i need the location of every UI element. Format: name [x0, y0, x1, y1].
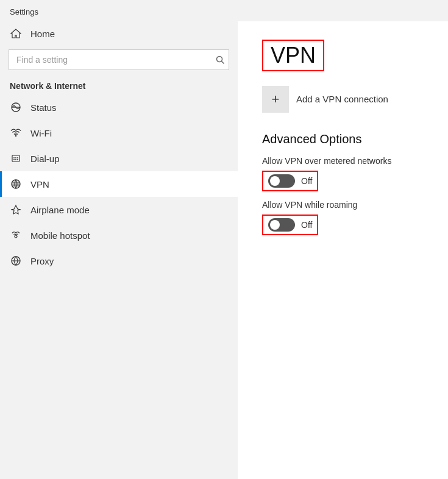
sidebar-item-wifi[interactable]: Wi-Fi — [0, 120, 238, 146]
dialup-icon — [10, 152, 22, 165]
svg-line-1 — [222, 62, 224, 64]
home-icon — [10, 27, 22, 40]
status-icon — [10, 101, 22, 113]
vpn-metered-toggle[interactable] — [268, 174, 295, 188]
sidebar-item-label: Mobile hotspot — [30, 230, 90, 241]
add-vpn-button[interactable]: + Add a VPN connection — [262, 86, 430, 113]
main-layout: Home Network & Internet Status — [0, 21, 448, 479]
svg-point-5 — [13, 157, 15, 158]
hotspot-icon — [10, 229, 22, 241]
sidebar-home-item[interactable]: Home — [0, 21, 238, 46]
sidebar-item-proxy[interactable]: Proxy — [0, 248, 238, 274]
sidebar-item-label: Airplane mode — [30, 205, 90, 215]
svg-point-15 — [15, 235, 17, 238]
svg-point-9 — [15, 159, 16, 160]
svg-point-7 — [17, 157, 18, 158]
vpn-roaming-label: Allow VPN while roaming — [262, 200, 430, 210]
section-label: Network & Internet — [0, 76, 238, 94]
app-title: Settings — [10, 7, 38, 16]
vpn-metered-state: Off — [301, 176, 312, 186]
sidebar-item-hotspot[interactable]: Mobile hotspot — [0, 222, 238, 248]
sidebar-item-label: Proxy — [30, 256, 54, 266]
sidebar-item-label: Status — [30, 102, 57, 113]
content-area: VPN + Add a VPN connection Advanced Opti… — [238, 21, 448, 479]
vpn-roaming-toggle-wrapper: Off — [262, 215, 318, 235]
sidebar: Home Network & Internet Status — [0, 21, 238, 479]
sidebar-item-airplane[interactable]: Airplane mode — [0, 197, 238, 222]
sidebar-item-label: VPN — [30, 179, 49, 190]
svg-point-10 — [17, 159, 18, 160]
vpn-roaming-toggle[interactable] — [268, 218, 295, 232]
sidebar-item-dialup[interactable]: Dial-up — [0, 146, 238, 171]
plus-symbol: + — [272, 91, 280, 107]
sidebar-item-status[interactable]: Status — [0, 94, 238, 120]
vpn-metered-label: Allow VPN over metered networks — [262, 156, 430, 166]
add-icon: + — [262, 86, 289, 113]
proxy-icon — [10, 255, 22, 267]
sidebar-item-label: Dial-up — [30, 154, 60, 164]
wifi-icon — [10, 127, 22, 139]
add-vpn-label: Add a VPN connection — [296, 94, 388, 104]
sidebar-item-vpn[interactable]: VPN — [0, 171, 238, 197]
vpn-roaming-option: Allow VPN while roaming Off — [262, 200, 430, 235]
advanced-options-title: Advanced Options — [262, 132, 430, 146]
vpn-metered-option: Allow VPN over metered networks Off — [262, 156, 430, 191]
search-box — [9, 49, 229, 70]
title-bar: Settings — [0, 0, 448, 21]
sidebar-item-label: Wi-Fi — [30, 128, 52, 138]
svg-point-6 — [15, 157, 16, 158]
search-input[interactable] — [9, 49, 229, 70]
search-button[interactable] — [216, 55, 224, 64]
page-title: VPN — [262, 40, 324, 71]
svg-point-8 — [13, 159, 15, 160]
vpn-roaming-state: Off — [301, 220, 312, 230]
airplane-icon — [10, 204, 22, 216]
home-label: Home — [30, 29, 55, 39]
vpn-metered-toggle-wrapper: Off — [262, 171, 318, 191]
vpn-icon — [10, 178, 22, 190]
